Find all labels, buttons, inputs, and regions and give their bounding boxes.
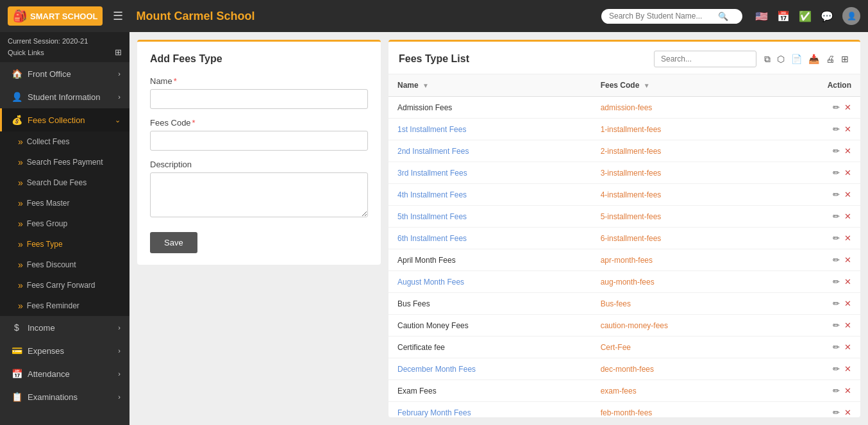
description-input[interactable] [150,172,368,217]
edit-icon[interactable]: ✏ [833,233,840,243]
columns-icon[interactable]: ⊞ [840,53,850,65]
edit-icon[interactable]: ✏ [833,408,840,417]
submenu-fees-master[interactable]: » Fees Master [0,193,129,213]
submenu-search-due-fees[interactable]: » Search Due Fees [0,172,129,193]
submenu-search-fees-payment[interactable]: » Search Fees Payment [0,152,129,172]
table-row: Exam Fees exam-fees ✏ ✕ [388,380,860,402]
name-label: Name* [150,76,368,86]
student-info-arrow: › [118,93,121,101]
front-office-arrow: › [118,70,121,78]
fees-reminder-bullet: » [18,301,23,311]
avatar[interactable]: 👤 [842,7,860,25]
income-icon: $ [11,322,22,333]
delete-icon[interactable]: ✕ [844,255,851,265]
grid-icon[interactable]: ⊞ [115,47,122,57]
collect-fees-bullet: » [18,137,23,147]
file-icon[interactable]: 📄 [790,53,803,65]
table-row: Admission Fees admission-fees ✏ ✕ [388,97,860,119]
flag-icon[interactable]: 🇺🇸 [755,10,768,22]
nav-icons: 🇺🇸 📅 ✅ 💬 👤 [755,7,860,25]
submenu-fees-carry-forward[interactable]: » Fees Carry Forward [0,275,129,296]
row-actions: ✏ ✕ [772,271,860,293]
list-toolbar: ⧉ ⬡ 📄 📥 🖨 ⊞ [654,51,850,67]
check-icon[interactable]: ✅ [799,10,812,22]
quick-links-label: Quick Links [8,49,44,56]
table-row: 6th Installment Fees 6-installment-fees … [388,228,860,249]
row-name: 6th Installment Fees [388,228,592,249]
calendar-icon[interactable]: 📅 [777,10,790,22]
hamburger-button[interactable]: ☰ [113,9,123,23]
submenu-collect-fees[interactable]: » Collect Fees [0,131,129,152]
delete-icon[interactable]: ✕ [844,408,851,417]
submenu-fees-group[interactable]: » Fees Group [0,213,129,234]
edit-icon[interactable]: ✏ [833,364,840,374]
edit-icon[interactable]: ✏ [833,277,840,287]
delete-icon[interactable]: ✕ [844,299,851,308]
sidebar-item-income[interactable]: $ Income › [0,316,129,339]
edit-icon[interactable]: ✏ [833,321,840,330]
delete-icon[interactable]: ✕ [844,233,851,243]
sidebar-item-examinations[interactable]: 📋 Examinations › [0,385,129,408]
fees-submenu: » Collect Fees » Search Fees Payment » S… [0,131,129,316]
examinations-arrow: › [118,393,121,401]
attendance-icon: 📅 [11,369,22,379]
submenu-fees-reminder[interactable]: » Fees Reminder [0,296,129,316]
sidebar-item-front-office[interactable]: 🏠 Front Office › [0,62,129,85]
save-button[interactable]: Save [150,232,197,253]
sidebar-item-attendance[interactable]: 📅 Attendance › [0,362,129,385]
row-name: December Month Fees [388,358,592,380]
name-form-group: Name* [150,76,368,109]
fees-code-input[interactable] [150,131,368,151]
edit-icon[interactable]: ✏ [833,212,840,221]
row-code: caution-money-fees [592,315,772,337]
sidebar-item-expenses[interactable]: 💳 Expenses › [0,339,129,362]
delete-icon[interactable]: ✕ [844,321,851,330]
whatsapp-icon[interactable]: 💬 [821,10,833,22]
download-icon[interactable]: 📥 [807,53,821,65]
edit-icon[interactable]: ✏ [833,386,840,396]
logo[interactable]: 🎒 SMART SCHOOL [8,6,103,26]
print-icon[interactable]: 🖨 [824,53,836,65]
row-actions: ✏ ✕ [772,380,860,402]
search-fees-bullet: » [18,157,23,167]
submenu-fees-discount[interactable]: » Fees Discount [0,254,129,275]
row-actions: ✏ ✕ [772,249,860,271]
delete-icon[interactable]: ✕ [844,190,851,199]
edit-icon[interactable]: ✏ [833,103,840,112]
edit-icon[interactable]: ✏ [833,342,840,352]
delete-icon[interactable]: ✕ [844,277,851,287]
sidebar-item-fees-collection[interactable]: 💰 Fees Collection ⌄ [0,108,129,131]
submenu-fees-type[interactable]: » Fees Type [0,234,129,254]
delete-icon[interactable]: ✕ [844,386,851,396]
delete-icon[interactable]: ✕ [844,124,851,134]
edit-icon[interactable]: ✏ [833,124,840,134]
copy-icon[interactable]: ⧉ [763,53,772,66]
edit-icon[interactable]: ✏ [833,299,840,308]
code-sort-icon[interactable]: ▼ [644,82,650,89]
delete-icon[interactable]: ✕ [844,103,851,112]
edit-icon[interactable]: ✏ [833,168,840,178]
name-sort-icon[interactable]: ▼ [422,82,429,89]
row-actions: ✏ ✕ [772,358,860,380]
sidebar-item-student-info[interactable]: 👤 Student Information › [0,85,129,108]
export-icon[interactable]: ⬡ [776,53,786,65]
delete-icon[interactable]: ✕ [844,146,851,156]
name-input[interactable] [150,89,368,109]
delete-icon[interactable]: ✕ [844,364,851,374]
edit-icon[interactable]: ✏ [833,190,840,199]
description-form-group: Description [150,160,368,219]
edit-icon[interactable]: ✏ [833,255,840,265]
delete-icon[interactable]: ✕ [844,168,851,178]
row-actions: ✏ ✕ [772,315,860,337]
fees-code-label: Fees Code* [150,118,368,128]
content-area: Add Fees Type Name* Fees Code* Descripti… [129,32,868,425]
delete-icon[interactable]: ✕ [844,212,851,221]
col-fees-code: Fees Code ▼ [592,74,772,97]
fees-code-form-group: Fees Code* [150,118,368,151]
search-input[interactable] [609,12,718,21]
edit-icon[interactable]: ✏ [833,146,840,156]
list-search-input[interactable] [654,51,756,67]
row-name: 3rd Installment Fees [388,162,592,184]
table-header: Name ▼ Fees Code ▼ Action [388,74,860,97]
delete-icon[interactable]: ✕ [844,342,851,352]
